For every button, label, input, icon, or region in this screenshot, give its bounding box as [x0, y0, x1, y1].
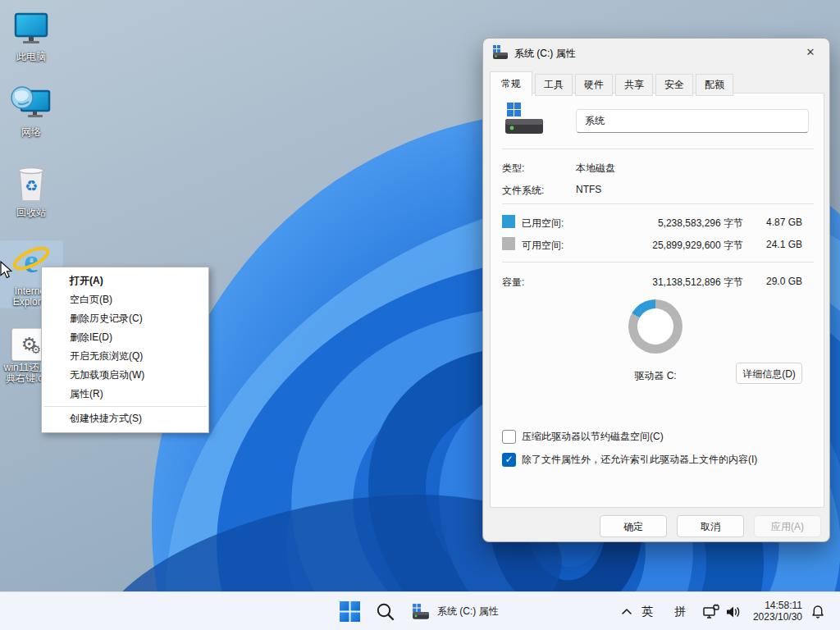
- free-space-size: 24.1 GB: [737, 239, 802, 250]
- type-value: 本地磁盘: [576, 162, 615, 176]
- index-checkbox[interactable]: ✓: [502, 453, 516, 467]
- volume-tray-button[interactable]: [725, 592, 742, 630]
- start-button[interactable]: [340, 592, 360, 630]
- desktop-icon-label: 回收站: [16, 208, 46, 218]
- used-space-legend: [502, 215, 515, 228]
- filesystem-value: NTFS: [576, 184, 601, 195]
- menu-item-open[interactable]: 打开(A): [42, 272, 208, 290]
- recycle-bin-icon: ♻: [13, 164, 49, 206]
- filesystem-label: 文件系统:: [502, 184, 544, 198]
- drive-icon: [412, 604, 430, 620]
- dialog-title: 系统 (C:) 属性: [514, 47, 576, 61]
- capacity-size: 29.0 GB: [737, 276, 802, 287]
- taskbar-app-system-properties[interactable]: 系统 (C:) 属性: [412, 592, 499, 630]
- used-space-label: 已用空间:: [522, 217, 564, 231]
- details-button[interactable]: 详细信息(D): [736, 363, 802, 384]
- drive-name-input[interactable]: [576, 109, 809, 133]
- notification-button[interactable]: [810, 592, 825, 630]
- used-space-size: 4.87 GB: [737, 217, 802, 228]
- index-checkbox-label[interactable]: 除了文件属性外，还允许索引此驱动器上文件的内容(I): [522, 453, 757, 467]
- desktop-icon-network[interactable]: 网络: [0, 82, 62, 138]
- tab-quota[interactable]: 配额: [696, 74, 733, 96]
- compress-checkbox-label[interactable]: 压缩此驱动器以节约磁盘空间(C): [522, 430, 664, 444]
- search-button[interactable]: [375, 592, 395, 630]
- drive-icon: [492, 45, 509, 62]
- this-pc-icon: [11, 8, 51, 50]
- menu-item-delete-history[interactable]: 删除历史记录(C): [42, 309, 208, 328]
- apply-button[interactable]: 应用(A): [754, 515, 821, 537]
- network-tray-button[interactable]: [702, 592, 720, 630]
- clock-date: 2023/10/30: [753, 611, 802, 623]
- desktop-icon-label: 网络: [21, 127, 41, 138]
- disk-usage-donut: [628, 299, 682, 354]
- windows-logo-icon: [340, 601, 360, 622]
- search-icon: [375, 601, 395, 622]
- capacity-bytes: 31,138,512,896 字节: [604, 276, 743, 290]
- speaker-icon: [725, 605, 742, 619]
- tab-sharing[interactable]: 共享: [615, 74, 653, 96]
- free-space-bytes: 25,899,929,600 字节: [604, 239, 743, 253]
- free-space-legend: [502, 237, 515, 250]
- menu-item-delete-ie[interactable]: 删除IE(D): [42, 328, 208, 347]
- separator: [502, 148, 814, 149]
- tab-hardware[interactable]: 硬件: [575, 74, 613, 96]
- menu-item-blank-page[interactable]: 空白页(B): [42, 290, 208, 309]
- menu-item-no-addons[interactable]: 无加载项启动(W): [42, 366, 208, 385]
- menu-item-properties[interactable]: 属性(R): [42, 385, 208, 404]
- network-icon: [10, 82, 52, 126]
- chevron-up-icon: [620, 605, 633, 619]
- tray-overflow-button[interactable]: [620, 592, 633, 630]
- clock-time: 14:58:11: [753, 600, 802, 611]
- taskbar: 系统 (C:) 属性 英 拼 14:58:11 2023/10/30: [0, 591, 840, 630]
- language-indicator[interactable]: 英: [641, 592, 653, 630]
- used-space-bytes: 5,238,583,296 字节: [604, 217, 743, 231]
- dialog-tabs: 常规 工具 硬件 共享 安全 配额: [490, 71, 736, 96]
- menu-item-create-shortcut[interactable]: 创建快捷方式(S): [42, 409, 208, 428]
- separator: [502, 262, 814, 262]
- taskbar-app-label: 系统 (C:) 属性: [437, 605, 499, 619]
- drive-icon-large: [504, 103, 545, 139]
- bell-icon: [810, 605, 825, 619]
- network-icon: [702, 604, 720, 620]
- desktop-icon-label: 此电脑: [16, 52, 46, 62]
- free-space-label: 可用空间:: [522, 239, 564, 253]
- clock[interactable]: 14:58:11 2023/10/30: [753, 600, 802, 623]
- ok-button[interactable]: 确定: [600, 515, 667, 537]
- drive-properties-dialog: 系统 (C:) 属性 ✕ 常规 工具 硬件 共享 安全 配额 类型: 本地磁盘 …: [482, 38, 830, 542]
- tab-security[interactable]: 安全: [655, 74, 693, 96]
- tab-tools[interactable]: 工具: [535, 74, 573, 96]
- general-tab-pane: 类型: 本地磁盘 文件系统: NTFS 已用空间: 5,238,583,296 …: [490, 93, 824, 508]
- close-icon[interactable]: ✕: [803, 45, 818, 60]
- svg-text:♻: ♻: [25, 178, 38, 194]
- desktop-icon-this-pc[interactable]: 此电脑: [0, 8, 62, 62]
- dialog-titlebar: 系统 (C:) 属性 ✕: [483, 39, 829, 66]
- desktop-icon-recycle-bin[interactable]: ♻ 回收站: [0, 164, 62, 218]
- drive-caption: 驱动器 C:: [606, 369, 705, 383]
- ime-mode-indicator[interactable]: 拼: [674, 592, 686, 630]
- compress-checkbox[interactable]: [502, 430, 516, 444]
- gear-icon: ⚙: [31, 344, 42, 355]
- cancel-button[interactable]: 取消: [677, 515, 744, 537]
- separator: [502, 203, 814, 204]
- capacity-label: 容量:: [502, 276, 524, 290]
- tab-general[interactable]: 常规: [490, 71, 532, 96]
- menu-separator: [43, 406, 207, 407]
- menu-item-inprivate[interactable]: 开启无痕浏览(Q): [42, 347, 208, 366]
- context-menu: 打开(A) 空白页(B) 删除历史记录(C) 删除IE(D) 开启无痕浏览(Q)…: [41, 267, 209, 433]
- type-label: 类型:: [502, 162, 524, 176]
